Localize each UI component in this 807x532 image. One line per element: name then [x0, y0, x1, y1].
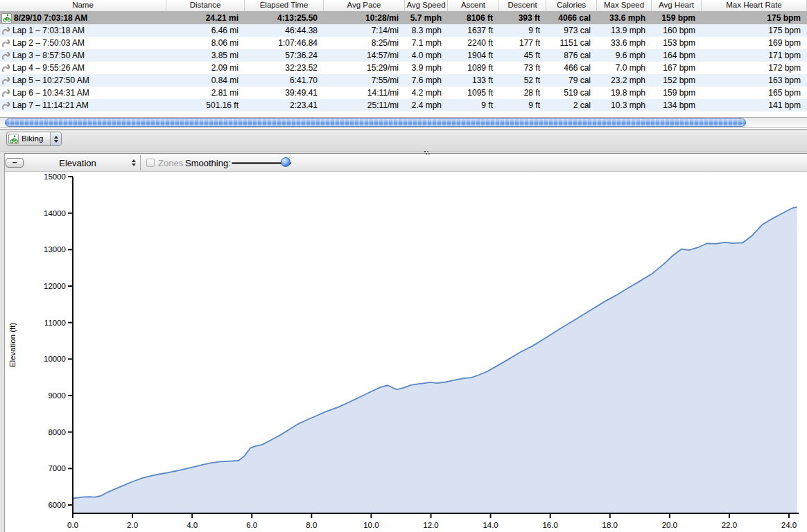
table-row[interactable]: Lap 2 – 7:50:03 AM8.06 mi1:07:46.848:25/…: [0, 37, 807, 49]
collapse-pane-button[interactable]: –: [6, 158, 24, 168]
cell-elapsed-time: 39:49.41: [245, 87, 324, 99]
cell-avg-pace: 8:25/mi: [324, 37, 405, 49]
y-tick-label: 14000: [44, 209, 66, 218]
cell-descent: 177 ft: [499, 37, 546, 49]
x-tick-label: 2.0: [127, 521, 138, 529]
cell-distance: 2.81 mi: [166, 87, 245, 99]
cell-avg-heart: 152 bpm: [652, 74, 702, 87]
cell-max-heart-rate: 169 bpm: [702, 37, 807, 49]
app-window: NameDistanceElapsed TimeAvg PaceAvg Spee…: [0, 0, 807, 532]
cell-avg-speed: 7.1 mph: [405, 37, 448, 49]
smoothing-slider-thumb[interactable]: [281, 157, 290, 167]
cell-avg-speed: 4.2 mph: [405, 87, 448, 99]
cell-avg-pace: 15:29/mi: [324, 62, 405, 74]
elevation-chart: 6000700080009000100001100012000130001400…: [0, 172, 807, 532]
cell-descent: 52 ft: [499, 74, 546, 87]
x-tick-label: 14.0: [483, 521, 498, 529]
cell-max-heart-rate: 175 bpm: [702, 24, 807, 37]
y-tick-label: 9000: [48, 391, 66, 400]
cell-avg-pace: 14:57/mi: [324, 49, 405, 62]
y-tick-label: 15000: [44, 172, 66, 181]
cell-distance: 501.16 ft: [166, 99, 245, 112]
column-header-max-speed[interactable]: Max Speed: [597, 0, 652, 12]
popup-stepper[interactable]: [50, 132, 61, 145]
cell-avg-heart: 164 bpm: [652, 49, 702, 62]
chart-view-value: Elevation: [25, 158, 130, 168]
cell-name: Lap 7 – 11:14:21 AM: [0, 99, 166, 112]
y-tick-label: 10000: [44, 355, 66, 363]
column-header-ascent[interactable]: Ascent: [448, 0, 499, 12]
cell-elapsed-time: 6:41.70: [245, 74, 324, 87]
cell-elapsed-time: 46:44.38: [245, 24, 324, 37]
cell-elapsed-time: 2:23.41: [245, 99, 324, 112]
lap-icon: [1, 26, 11, 35]
cell-calories: 519 cal: [546, 87, 597, 99]
pane-left-edge: [0, 153, 5, 532]
up-arrow-icon: [54, 136, 58, 139]
column-header-calories[interactable]: Calories: [546, 0, 597, 12]
column-header-avg-speed[interactable]: Avg Speed: [405, 0, 448, 12]
cell-elapsed-time: 57:36.24: [245, 49, 324, 62]
cell-avg-heart: 159 bpm: [652, 12, 702, 24]
activity-bar: Biking: [0, 129, 807, 152]
divider: [140, 155, 141, 170]
table-row[interactable]: Lap 7 – 11:14:21 AM501.16 ft2:23.4125:11…: [0, 99, 807, 112]
table-row[interactable]: Lap 4 – 9:55:26 AM2.09 mi32:23.5215:29/m…: [0, 62, 807, 74]
cell-calories: 876 cal: [546, 49, 597, 62]
column-header-avg-pace[interactable]: Avg Pace: [324, 0, 405, 12]
lap-icon: [1, 100, 11, 110]
y-tick-label: 7000: [48, 464, 66, 472]
table-row[interactable]: Lap 3 – 8:57:50 AM3.85 mi57:36.2414:57/m…: [0, 49, 807, 62]
cell-avg-pace: 10:28/mi: [324, 12, 405, 24]
y-tick-label: 11000: [44, 319, 66, 327]
table-row[interactable]: Lap 6 – 10:34:31 AM2.81 mi39:49.4114:11/…: [0, 87, 807, 99]
cell-ascent: 1637 ft: [448, 24, 499, 37]
resize-grip[interactable]: [424, 151, 431, 156]
activity-popup[interactable]: Biking: [6, 132, 62, 146]
cell-max-speed: 9.6 mph: [597, 49, 652, 62]
cell-max-speed: 23.2 mph: [597, 74, 652, 87]
cell-elapsed-time: 32:23.52: [245, 62, 324, 74]
cell-max-speed: 33.6 mph: [597, 37, 652, 49]
cell-distance: 24.21 mi: [166, 12, 245, 24]
x-tick-label: 10.0: [363, 521, 379, 529]
cell-max-heart-rate: 141 bpm: [702, 99, 807, 112]
workout-table: 8/29/10 7:03:18 AM24.21 mi4:13:25.5010:2…: [0, 12, 807, 112]
column-header-max-heart-rate[interactable]: Max Heart Rate: [702, 0, 807, 12]
table-row[interactable]: Lap 1 – 7:03:18 AM6.46 mi46:44.387:14/mi…: [0, 24, 807, 37]
table-header: NameDistanceElapsed TimeAvg PaceAvg Spee…: [0, 0, 807, 12]
cell-descent: 28 ft: [499, 87, 546, 99]
lap-icon: [1, 51, 11, 60]
chart-view-dropdown[interactable]: Elevation: [25, 156, 136, 170]
cell-name: Lap 3 – 8:57:50 AM: [0, 49, 166, 62]
column-header-distance[interactable]: Distance: [166, 0, 245, 12]
column-header-descent[interactable]: Descent: [499, 0, 546, 12]
column-header-name[interactable]: Name: [0, 0, 166, 12]
x-tick-label: 6.0: [246, 521, 257, 529]
cell-name: Lap 5 – 10:27:50 AM: [0, 74, 166, 87]
scrollbar-thumb[interactable]: [5, 118, 746, 127]
x-tick-label: 0.0: [67, 521, 78, 529]
cell-avg-pace: 25:11/mi: [324, 99, 405, 112]
cell-elapsed-time: 4:13:25.50: [245, 12, 324, 24]
lap-icon: [1, 76, 11, 85]
x-tick-label: 18.0: [602, 521, 618, 529]
cell-max-speed: 19.8 mph: [597, 87, 652, 99]
y-tick-label: 13000: [44, 245, 66, 254]
cell-avg-speed: 3.9 mph: [405, 62, 448, 74]
smoothing-label: Smoothing:: [185, 158, 231, 168]
cell-ascent: 1904 ft: [448, 49, 499, 62]
x-tick-label: 16.0: [542, 521, 557, 529]
column-header-avg-heart[interactable]: Avg Heart: [652, 0, 702, 12]
horizontal-scrollbar[interactable]: [0, 117, 807, 128]
cell-max-heart-rate: 165 bpm: [702, 87, 807, 99]
column-header-elapsed-time[interactable]: Elapsed Time: [245, 0, 324, 12]
zones-checkbox[interactable]: [146, 159, 155, 167]
cell-calories: 79 cal: [546, 74, 597, 87]
table-row[interactable]: 8/29/10 7:03:18 AM24.21 mi4:13:25.5010:2…: [0, 12, 807, 24]
table-row[interactable]: Lap 5 – 10:27:50 AM0.84 mi6:41.707:55/mi…: [0, 74, 807, 87]
x-tick-label: 22.0: [722, 521, 737, 529]
cell-max-heart-rate: 175 bpm: [702, 12, 807, 24]
cell-calories: 2 cal: [546, 99, 597, 112]
x-tick-label: 8.0: [306, 521, 317, 529]
